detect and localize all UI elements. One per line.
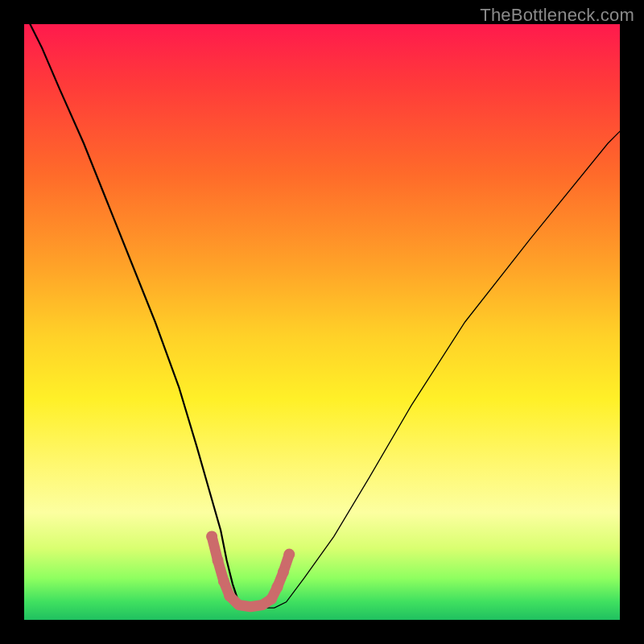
optimal-zone-marker xyxy=(224,590,235,601)
optimal-zone-marker xyxy=(213,555,224,566)
optimal-zone-marker xyxy=(218,576,229,587)
optimal-zone-marker xyxy=(266,593,277,605)
optimal-zone-marker xyxy=(272,581,283,592)
bottleneck-curve-right xyxy=(245,131,620,608)
chart-overlay xyxy=(24,24,620,620)
chart-frame: TheBottleneck.com xyxy=(0,0,644,644)
optimal-zone-marker xyxy=(206,530,217,542)
optimal-zone-marker xyxy=(283,549,295,560)
watermark-text: TheBottleneck.com xyxy=(480,5,634,26)
plot-area xyxy=(24,24,620,620)
bottleneck-curve-left xyxy=(24,24,245,608)
optimal-zone-marker xyxy=(278,567,289,578)
